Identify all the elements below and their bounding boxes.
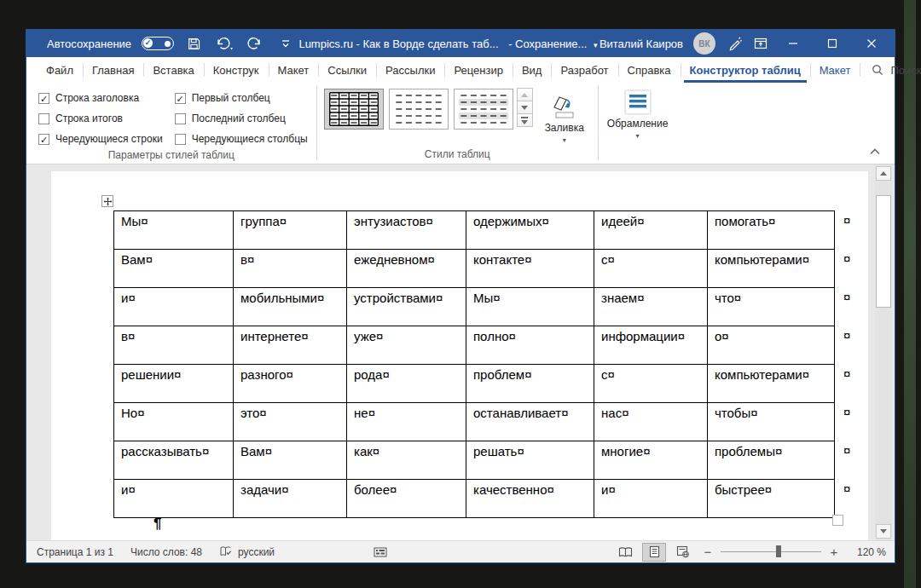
gallery-scroll-up-button[interactable]: [517, 88, 533, 101]
search-box[interactable]: Поиск: [860, 57, 921, 83]
save-icon[interactable]: [182, 33, 205, 54]
table-cell[interactable]: качественно¤: [466, 480, 594, 518]
table-cell[interactable]: идеей¤: [594, 211, 708, 250]
minimize-button[interactable]: [775, 32, 811, 55]
table-style-grid[interactable]: [324, 89, 384, 130]
checkbox-banded-columns[interactable]: Чередующиеся столбцы: [175, 129, 308, 149]
table-cell[interactable]: в¤: [234, 250, 347, 288]
table-cell[interactable]: рассказывать¤: [114, 441, 234, 480]
ribbon-display-options-icon[interactable]: [750, 33, 772, 54]
table-cell[interactable]: как¤: [347, 441, 466, 480]
table-cell[interactable]: решении¤: [114, 365, 234, 403]
checkbox-banded-rows[interactable]: ✓Чередующиеся строки: [38, 129, 163, 149]
table-cell[interactable]: мобильными¤: [234, 288, 347, 326]
tab-table-design[interactable]: Конструктор таблиц: [681, 57, 810, 83]
table-cell[interactable]: в¤: [114, 326, 234, 365]
checkbox-total-row[interactable]: Строка итогов: [38, 108, 163, 129]
shading-button[interactable]: Заливка ▾: [536, 89, 593, 144]
scroll-down-button[interactable]: [876, 524, 891, 539]
tab-layout[interactable]: Макет: [269, 57, 319, 83]
tab-design[interactable]: Конструк: [204, 57, 269, 83]
proofing-status[interactable]: русский: [219, 545, 275, 558]
document-title[interactable]: Lumpics.ru - Как в Ворде сделать таб... …: [297, 37, 600, 50]
word-table[interactable]: Мы¤группа¤энтузиастов¤одержимых¤идеей¤по…: [113, 210, 835, 518]
table-style-banded[interactable]: [454, 89, 513, 130]
table-cell[interactable]: Мы¤: [114, 211, 234, 250]
checkbox-header-row[interactable]: ✓Строка заголовка: [38, 88, 163, 108]
tab-mailings[interactable]: Рассылки: [376, 57, 444, 83]
redo-icon[interactable]: [244, 33, 266, 54]
ink-editor-icon[interactable]: [724, 33, 746, 54]
table-cell[interactable]: о¤: [708, 326, 835, 365]
tab-view[interactable]: Вид: [513, 57, 552, 83]
table-cell[interactable]: проблем¤: [466, 365, 594, 403]
checkbox-box-last-column[interactable]: [175, 113, 186, 124]
checkbox-box-banded-columns[interactable]: [175, 134, 186, 145]
table-cell[interactable]: помогать¤: [708, 211, 835, 250]
scroll-up-button[interactable]: [876, 166, 891, 181]
quick-access-menu-icon[interactable]: [275, 33, 297, 54]
web-layout-button[interactable]: [671, 543, 695, 562]
page-indicator[interactable]: Страница 1 из 1: [37, 546, 113, 558]
zoom-in-button[interactable]: +: [826, 545, 842, 559]
table-cell[interactable]: Но¤: [114, 403, 234, 441]
table-cell[interactable]: не¤: [347, 403, 466, 441]
table-cell[interactable]: с¤: [594, 250, 708, 288]
table-cell[interactable]: проблемы¤: [708, 441, 835, 480]
table-cell[interactable]: уже¤: [347, 326, 466, 365]
table-cell[interactable]: интернете¤: [234, 326, 347, 365]
input-settings-button[interactable]: [374, 546, 387, 558]
checkbox-box-header-row[interactable]: ✓: [38, 93, 49, 104]
table-move-handle[interactable]: [101, 195, 113, 207]
table-cell[interactable]: ежедневном¤: [347, 250, 466, 288]
table-cell[interactable]: энтузиастов¤: [347, 211, 466, 250]
table-cell[interactable]: контакте¤: [466, 250, 594, 288]
gallery-scroll-down-button[interactable]: [517, 101, 533, 114]
table-cell[interactable]: решать¤: [466, 441, 594, 480]
table-cell[interactable]: устройствами¤: [347, 288, 466, 326]
table-cell[interactable]: и¤: [114, 288, 234, 326]
table-cell[interactable]: многие¤: [594, 441, 708, 480]
table-cell[interactable]: знаем¤: [594, 288, 708, 326]
zoom-level[interactable]: 120 %: [847, 546, 886, 558]
table-cell[interactable]: информации¤: [594, 326, 708, 365]
checkbox-box-banded-rows[interactable]: ✓: [38, 134, 49, 145]
table-cell[interactable]: компьютерами¤: [708, 365, 835, 403]
tab-insert[interactable]: Вставка: [143, 57, 203, 83]
table-cell[interactable]: рода¤: [347, 365, 466, 403]
table-style-plain[interactable]: [389, 89, 449, 130]
tab-references[interactable]: Ссылки: [318, 57, 376, 83]
tab-help[interactable]: Справка: [618, 57, 681, 83]
user-name[interactable]: Виталий Каиров: [600, 37, 683, 50]
table-cell[interactable]: и¤: [594, 480, 708, 518]
table-cell[interactable]: Мы¤: [466, 288, 594, 326]
checkbox-box-total-row[interactable]: [38, 113, 49, 124]
borders-button[interactable]: Обрамление ▾: [599, 83, 676, 140]
checkbox-first-column[interactable]: ✓Первый столбец: [175, 88, 308, 108]
tab-home[interactable]: Главная: [83, 57, 143, 83]
autosave-toggle[interactable]: ✓: [142, 37, 174, 50]
table-cell[interactable]: нас¤: [594, 403, 708, 441]
table-cell[interactable]: это¤: [234, 403, 347, 441]
table-cell[interactable]: с¤: [594, 365, 708, 403]
table-cell[interactable]: компьютерами¤: [708, 250, 835, 288]
table-resize-handle[interactable]: [832, 515, 843, 526]
zoom-out-button[interactable]: −: [700, 545, 715, 559]
table-cell[interactable]: что¤: [708, 288, 835, 326]
table-cell[interactable]: задачи¤: [234, 480, 347, 518]
maximize-button[interactable]: [814, 32, 850, 55]
print-layout-button[interactable]: [642, 543, 666, 562]
word-count[interactable]: Число слов: 48: [130, 546, 202, 558]
gallery-more-button[interactable]: [517, 113, 533, 127]
tab-developer[interactable]: Разработ: [551, 57, 617, 83]
read-mode-button[interactable]: [613, 543, 637, 562]
table-cell[interactable]: быстрее¤: [708, 480, 835, 518]
table-cell[interactable]: более¤: [347, 480, 466, 518]
table-cell[interactable]: группа¤: [234, 211, 347, 250]
table-cell[interactable]: разного¤: [234, 365, 347, 403]
tab-file[interactable]: Файл: [37, 57, 83, 83]
zoom-slider-thumb[interactable]: [776, 545, 781, 557]
table-cell[interactable]: и¤: [114, 480, 234, 518]
vertical-scrollbar[interactable]: [875, 164, 892, 540]
table-cell[interactable]: Вам¤: [114, 250, 234, 288]
